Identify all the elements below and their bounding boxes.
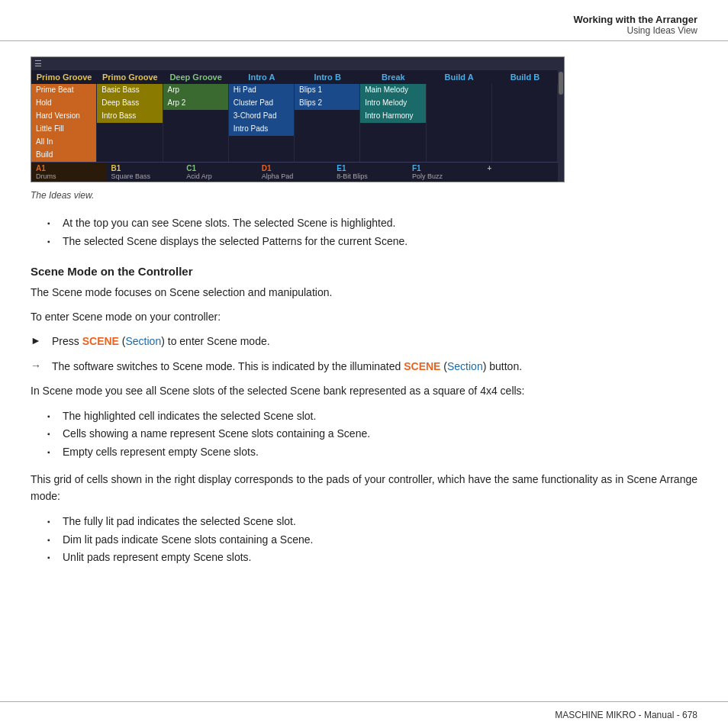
section-heading: Scene Mode on the Controller — [31, 265, 697, 278]
step-arrow: ► — [31, 334, 46, 346]
sc-label-c1: C1 — [186, 164, 253, 172]
header-title: Working with the Arranger — [31, 14, 697, 25]
menu-icon: ☰ — [34, 59, 42, 69]
sc-cell: Blips 2 — [295, 97, 359, 110]
sc-cell: Build — [31, 149, 96, 162]
sc-cell: Hi Pad — [229, 84, 294, 97]
section-link-2[interactable]: Sec­tion — [447, 360, 483, 372]
sc-label-b1: B1 — [111, 164, 178, 172]
sc-cell — [295, 110, 359, 123]
sc-cell — [360, 136, 425, 149]
sc-sublabel-c1: Acid Arp — [186, 172, 253, 180]
sc-cell — [492, 97, 557, 110]
sc-cell: Intro Bass — [97, 110, 162, 123]
sc-cell — [492, 110, 557, 123]
sc-sublabel-a1: Drums — [36, 172, 102, 180]
sc-cell — [229, 149, 294, 162]
bullet-item: At the top you can see Scene slots. The … — [53, 214, 697, 233]
sc-col-2: Basic Bass Deep Bass Intro Bass — [97, 84, 163, 162]
sc-cell — [492, 123, 557, 136]
sc-cell — [360, 123, 425, 136]
bullet-item: The selected Scene displays the selected… — [53, 233, 697, 251]
sc-cell: Prime Beat — [31, 84, 96, 97]
bullet-text: Unlit pads represent empty Scene slots. — [63, 551, 251, 563]
sc-col-primo2: Primo Groove — [97, 70, 163, 84]
sc-cell — [427, 97, 491, 110]
sc-cell — [427, 123, 491, 136]
bullet-item: Unlit pads represent empty Scene slots. — [53, 549, 697, 567]
sc-bottom-cell-plus: + — [482, 163, 558, 182]
sc-cell — [295, 136, 359, 149]
sc-label-plus: + — [487, 164, 553, 172]
intro-text: The Scene mode focuses on Scene selectio… — [31, 284, 697, 301]
sc-label-f1: F1 — [412, 164, 478, 172]
sc-cell: All In — [31, 136, 96, 149]
sc-cell — [97, 123, 162, 136]
ideas-view-screenshot: ☰ Primo Groove Primo Groove Deep Groove … — [31, 56, 565, 182]
sc-bottom-cell-a1: A1 Drums — [31, 163, 107, 182]
section-link-1[interactable]: Section — [125, 335, 161, 347]
sc-col-1: Prime Beat Hold Hard Version Little Fill… — [31, 84, 97, 162]
bullet-item: Dim lit pads indicate Scene slots contai… — [53, 531, 697, 549]
bullet-text: The selected Scene displays the selected… — [63, 235, 407, 247]
sc-cell — [427, 110, 491, 123]
sc-cell — [492, 136, 557, 149]
bullet-text: The fully lit pad indicates the selected… — [63, 515, 296, 527]
sc-scrollbar[interactable] — [558, 70, 564, 182]
step-text: Press SCENE (Section) to enter Scene mod… — [52, 333, 697, 350]
result-text: The software switches to Scene mode. Thi… — [52, 358, 697, 375]
sc-cell — [163, 123, 228, 136]
bullet-text: Dim lit pads indicate Scene slots contai… — [63, 533, 313, 546]
result-arrow: → — [31, 359, 46, 372]
sc-cell: Intro Harmony — [360, 110, 425, 123]
sc-cell: Cluster Pad — [229, 97, 294, 110]
sc-col-6: Main Melody Intro Melody Intro Harmony — [360, 84, 426, 162]
sc-col-primo1: Primo Groove — [31, 70, 97, 84]
bullet-item: Cells showing a name represent Scene slo… — [53, 425, 697, 443]
sc-cell — [97, 136, 162, 149]
sc-cell — [97, 149, 162, 162]
bullet-item: The fully lit pad indicates the selected… — [53, 513, 697, 531]
sc-col-break: Break — [360, 70, 426, 84]
sc-col-3: Arp Arp 2 — [163, 84, 229, 162]
sc-bottom-cell-d1: D1 Alpha Pad — [257, 163, 333, 182]
sc-bottom-cell-e1: E1 8-Bit Blips — [332, 163, 407, 182]
page-header: Working with the Arranger Using Ideas Vi… — [0, 0, 728, 41]
scene-label-2: SCENE — [404, 360, 440, 372]
sc-cell: Arp 2 — [163, 97, 228, 110]
sc-col-introa: Intro A — [229, 70, 295, 84]
sc-cell — [427, 149, 491, 162]
sc-bottom-cell-c1: C1 Acid Arp — [182, 163, 257, 182]
sc-cell — [295, 149, 359, 162]
main-content: ☰ Primo Groove Primo Groove Deep Groove … — [0, 56, 728, 567]
sc-bottom-cell-f1: F1 Poly Buzz — [407, 163, 483, 182]
sc-sublabel-b1: Square Bass — [111, 172, 178, 180]
sc-cell — [163, 149, 228, 162]
sc-cell — [492, 149, 557, 162]
sc-cell: Arp — [163, 84, 228, 97]
sc-cell: Basic Bass — [97, 84, 162, 97]
bullet-text: Cells showing a name represent Scene slo… — [63, 427, 370, 440]
sc-col-8 — [492, 84, 558, 162]
bullet-text: At the top you can see Scene slots. The … — [63, 217, 395, 229]
sc-cell — [163, 136, 228, 149]
sc-cell — [492, 84, 557, 97]
footer-text: MASCHINE MIKRO - Manual - 678 — [555, 710, 697, 720]
sc-bottom-row: A1 Drums B1 Square Bass C1 Acid Arp D1 — [31, 162, 558, 182]
sc-sublabel-f1: Poly Buzz — [412, 172, 478, 180]
step-intro: To enter Scene mode on your controller: — [31, 308, 697, 325]
bullet-text: Empty cells represent empty Scene slots. — [63, 446, 259, 458]
sc-topbar: ☰ — [31, 57, 564, 70]
sc-rows: Prime Beat Hold Hard Version Little Fill… — [31, 84, 558, 162]
sc-cell: Main Melody — [360, 84, 425, 97]
header-subtitle: Using Ideas View — [31, 25, 697, 36]
sc-col-5: Blips 1 Blips 2 — [295, 84, 360, 162]
sc-col-4: Hi Pad Cluster Pad 3-Chord Pad Intro Pad… — [229, 84, 295, 162]
bullet-list-3: The fully lit pad indicates the selected… — [53, 513, 697, 567]
para-3: This grid of cells shown in the right di… — [31, 471, 697, 505]
sc-label-d1: D1 — [262, 164, 328, 172]
sc-cell — [427, 136, 491, 149]
bullet-text: The highlighted cell indicates the selec… — [63, 410, 316, 422]
screenshot-caption: The Ideas view. — [31, 190, 697, 201]
scene-label-1: SCENE — [82, 335, 119, 347]
